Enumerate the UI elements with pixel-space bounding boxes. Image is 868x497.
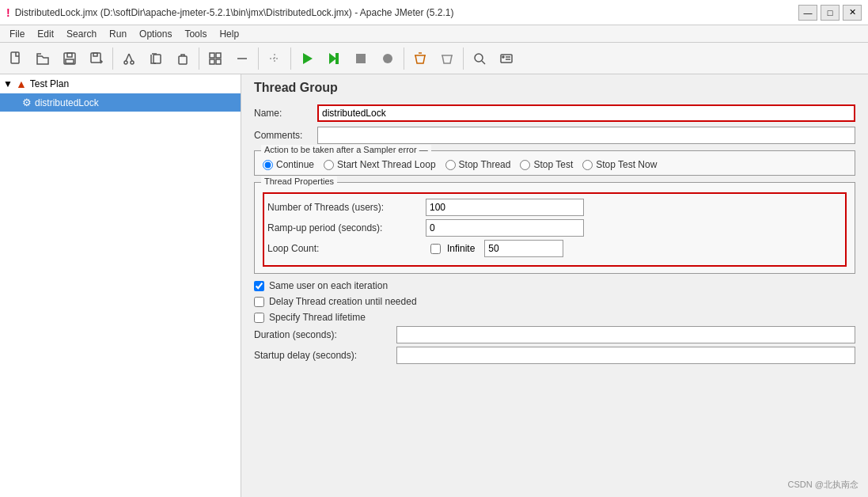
save-as-button[interactable] — [84, 46, 109, 71]
loop-count-input[interactable] — [484, 240, 563, 257]
radio-stop-test[interactable]: Stop Test — [520, 159, 573, 170]
svg-line-8 — [126, 54, 129, 61]
toolbar-separator-4 — [290, 47, 291, 70]
copy-button[interactable] — [143, 46, 169, 71]
same-user-label: Same user on each iteration — [269, 280, 388, 291]
num-threads-label: Number of Threads (users): — [267, 202, 426, 213]
clear-all-button[interactable] — [434, 46, 460, 71]
num-threads-input[interactable] — [426, 199, 584, 216]
svg-rect-14 — [210, 59, 214, 64]
find-button[interactable] — [467, 46, 492, 71]
delay-thread-checkbox[interactable] — [254, 297, 264, 307]
new-button[interactable] — [3, 46, 28, 71]
expand-button[interactable] — [203, 46, 228, 71]
radio-stop-thread[interactable]: Stop Thread — [445, 159, 511, 170]
radio-start-next-input[interactable] — [324, 160, 334, 170]
delay-thread-row: Delay Thread creation until needed — [254, 296, 855, 307]
radio-stop-test-input[interactable] — [520, 160, 530, 170]
start-no-pause-button[interactable] — [321, 46, 347, 71]
radio-start-next[interactable]: Start Next Thread Loop — [324, 159, 436, 170]
clear-button[interactable] — [407, 46, 433, 71]
menu-options[interactable]: Options — [133, 27, 178, 41]
ramp-up-input[interactable] — [426, 219, 584, 237]
radio-stop-test-now[interactable]: Stop Test Now — [582, 159, 657, 170]
duration-input[interactable] — [396, 326, 855, 343]
svg-rect-0 — [11, 52, 19, 63]
tree-item-distributedlock[interactable]: ⚙ distributedLock — [0, 93, 241, 112]
paste-button[interactable] — [170, 46, 195, 71]
menu-edit[interactable]: Edit — [31, 27, 60, 41]
radio-continue-input[interactable] — [263, 160, 273, 170]
toolbar-separator-2 — [199, 47, 199, 70]
restore-button[interactable]: □ — [821, 5, 840, 21]
svg-point-7 — [131, 61, 134, 64]
run-button[interactable] — [294, 46, 320, 71]
title-bar-text: DistributedLock.jmx (D:\softDir\apache-j… — [15, 7, 454, 18]
thread-group-header: Thread Group — [241, 74, 868, 104]
test-plan-label: Test Plan — [30, 78, 69, 89]
stop-button[interactable] — [348, 46, 373, 71]
comments-label: Comments: — [254, 130, 317, 141]
thread-group-title: Thread Group — [254, 81, 855, 95]
name-row: Name: — [241, 104, 868, 122]
duration-section: Duration (seconds): Startup delay (secon… — [254, 326, 855, 364]
save-button[interactable] — [57, 46, 82, 71]
startup-delay-input[interactable] — [396, 347, 855, 364]
menu-bar: File Edit Search Run Options Tools Help — [0, 25, 868, 43]
menu-search[interactable]: Search — [60, 27, 103, 41]
gear-icon: ⚙ — [22, 97, 32, 108]
startup-delay-row: Startup delay (seconds): — [254, 347, 855, 364]
same-user-row: Same user on each iteration — [254, 280, 855, 291]
shutdown-button[interactable] — [375, 46, 400, 71]
infinite-label: Infinite — [447, 243, 475, 254]
tree-root[interactable]: ▼ ▲ Test Plan — [0, 74, 241, 93]
minimize-button[interactable]: — — [798, 5, 817, 21]
radio-stop-thread-input[interactable] — [445, 160, 456, 170]
duration-label: Duration (seconds): — [254, 329, 396, 340]
menu-file[interactable]: File — [3, 27, 31, 41]
ramp-up-label: Ramp-up period (seconds): — [267, 222, 426, 233]
tree-item-label: distributedLock — [35, 97, 99, 108]
specify-lifetime-checkbox[interactable] — [254, 313, 264, 323]
open-button[interactable] — [30, 46, 55, 71]
radio-continue[interactable]: Continue — [263, 159, 314, 170]
svg-point-6 — [124, 61, 127, 64]
right-panel: Thread Group Name: Comments: Action to b… — [241, 74, 868, 497]
menu-help[interactable]: Help — [213, 27, 245, 41]
toolbar-separator-6 — [463, 47, 464, 70]
close-button[interactable]: ✕ — [843, 5, 862, 21]
toolbar-separator-5 — [404, 47, 404, 70]
svg-rect-11 — [179, 56, 187, 64]
radio-start-next-label: Start Next Thread Loop — [337, 159, 436, 170]
menu-run[interactable]: Run — [103, 27, 133, 41]
comments-input[interactable] — [317, 127, 855, 144]
toolbar-separator-1 — [112, 47, 113, 70]
radio-stop-test-now-label: Stop Test Now — [596, 159, 657, 170]
name-label: Name: — [254, 108, 317, 119]
radio-stop-test-now-input[interactable] — [582, 160, 593, 170]
svg-rect-3 — [66, 59, 74, 63]
comments-row: Comments: — [241, 127, 868, 144]
delay-thread-label: Delay Thread creation until needed — [269, 296, 417, 307]
collapse-button[interactable] — [229, 46, 255, 71]
ramp-up-row: Ramp-up period (seconds): — [267, 219, 842, 237]
title-bar: ! DistributedLock.jmx (D:\softDir\apache… — [0, 0, 868, 25]
menu-tools[interactable]: Tools — [178, 27, 213, 41]
svg-rect-10 — [154, 55, 161, 63]
svg-rect-20 — [356, 54, 366, 63]
main-layout: ▼ ▲ Test Plan ⚙ distributedLock Thread G… — [0, 74, 868, 497]
thread-properties-legend: Thread Properties — [261, 176, 337, 186]
same-user-checkbox[interactable] — [254, 281, 264, 291]
action-section-legend: Action to be taken after a Sampler error… — [261, 145, 431, 154]
name-input[interactable] — [317, 104, 855, 122]
toggle-button[interactable] — [262, 46, 287, 71]
remote-start-button[interactable] — [494, 46, 519, 71]
cut-button[interactable] — [116, 46, 142, 71]
infinite-checkbox[interactable] — [430, 244, 441, 254]
svg-rect-12 — [210, 53, 214, 58]
svg-point-21 — [383, 54, 392, 63]
svg-marker-19 — [335, 53, 339, 64]
loop-count-row: Loop Count: Infinite — [267, 240, 842, 257]
svg-line-26 — [482, 61, 485, 64]
title-bar-controls: — □ ✕ — [798, 5, 862, 21]
